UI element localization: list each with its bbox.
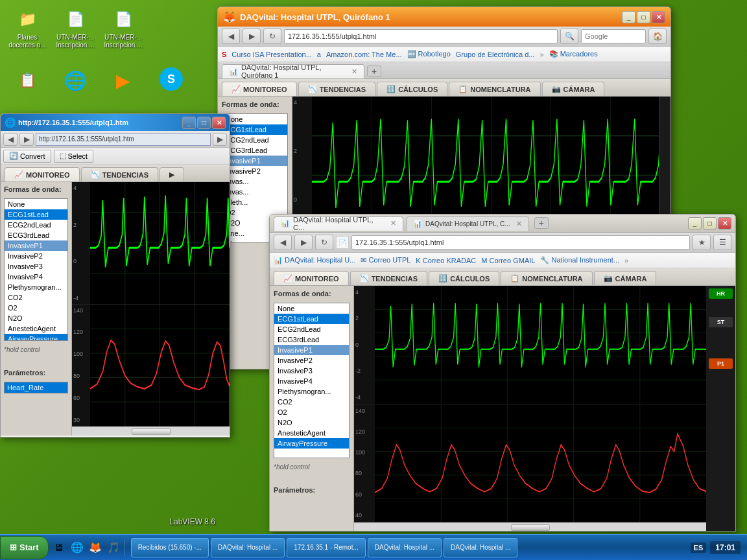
tab-close-back[interactable]: ✕ [351,67,357,76]
ff2-address-bar[interactable] [351,235,690,250]
ql-media[interactable]: 🎵 [106,540,121,555]
ff2-waveform-list[interactable]: None ECG1stLead ECG2ndLead ECG3rdLead In… [274,303,350,458]
ff2-tab-monitoreo[interactable]: 📈 MONITOREO [274,271,349,285]
tab-daqvital-back[interactable]: 📊 DAQvital: Hospital UTPL, Quirófano 1 ✕ [222,64,364,78]
ff2-scrollbar-thumb[interactable] [511,524,550,531]
taskbar-item-4[interactable]: DAQvital: Hospital ... [368,538,442,557]
forward-btn-back[interactable]: ▶ [243,29,261,44]
ie-wf-airw[interactable]: AirwayPressure [5,334,67,341]
select-button[interactable]: ⬚ Select [54,150,94,163]
ff2-wf-inv1[interactable]: InvasiveP1 [274,345,349,355]
new-tab-btn-back[interactable]: + [367,65,381,77]
ie-wf-ecg2[interactable]: ECG2ndLead [5,220,67,230]
ff2-wf-ecg2[interactable]: ECG2ndLead [274,324,349,334]
taskbar-item-3[interactable]: 172.16.35.1 - Remot... [287,538,366,557]
ie-scrollbar-thumb[interactable] [132,428,171,435]
ff2-bookmark-4[interactable]: M Correo GMAIL [481,257,535,264]
wf-invas3-back[interactable]: Invas... [222,176,287,187]
ie-wf-ane[interactable]: AnesteticAgent [5,323,67,334]
ie-maximize-btn[interactable]: □ [197,117,211,129]
desktop-icon-utn1[interactable]: 📄 UTN-MER-...Inscripcion.... [54,6,96,49]
ie-wf-co2[interactable]: CO2 [5,292,67,303]
ff2-tab-nomenclatura[interactable]: 📋 NOMENCLATURA [501,271,592,285]
search-bar-back[interactable] [581,29,646,43]
ie-wf-ecg3[interactable]: ECG3rdLead [5,230,67,240]
ql-show-desktop[interactable]: 🖥 [51,540,67,555]
bookmark-1-back[interactable]: Curso ISA Presentation... [231,51,312,58]
ff2-bookmark-star[interactable]: ★ [693,235,711,250]
ff2-wf-co2[interactable]: CO2 [274,397,349,407]
ql-ie[interactable]: 🌐 [69,540,85,555]
bookmark-marcadores[interactable]: 📚 Marcadores [549,50,598,58]
tab-tendencias-back[interactable]: 📉 TENDENCIAS [298,82,376,96]
wf-ecg2-back[interactable]: ECG2ndLead [222,135,287,145]
tab-camara-back[interactable]: 📷 CÁMARA [542,82,605,96]
ie-wf-inv2[interactable]: InvasiveP2 [5,251,67,261]
ff2-wf-ecg3[interactable]: ECG3rdLead [274,334,349,345]
bookmark-3-back[interactable]: 🔤 Robotlego [407,50,451,58]
ie-tab-monitoreo[interactable]: 📈 MONITOREO [5,167,80,181]
wf-ecg3-back[interactable]: ECG3rdLead [222,145,287,156]
wf-pleth-back[interactable]: Pleth... [222,197,287,207]
ie-wf-ecg1[interactable]: ECG1stLead [5,209,67,220]
ff2-wf-airw[interactable]: AirwayPressure [274,438,349,449]
desktop-icon-planes[interactable]: 📁 Planesdocentes o... [6,6,48,49]
ie-wf-pleth[interactable]: Plethysmogran... [5,282,67,292]
ff2-minimize-btn[interactable]: _ [688,217,702,229]
ie-minimize-btn[interactable]: _ [182,117,196,129]
ff2-tab-camara[interactable]: 📷 CÁMARA [594,271,657,285]
ff2-wf-ecg1[interactable]: ECG1stLead [274,314,349,324]
ie-tab-more[interactable]: ▶ [160,167,184,181]
ff2-maximize-btn[interactable]: □ [703,217,717,229]
ff2-back-btn[interactable]: ◀ [274,235,292,250]
taskbar-item-1[interactable]: Recibidos (15.650) -... [131,538,209,557]
desktop-icon-chrome[interactable]: 🌐 [54,67,96,95]
ie-wf-o2[interactable]: O2 [5,303,67,313]
ie-scrollbar[interactable] [72,426,230,436]
ie-wf-none[interactable]: None [5,199,67,209]
desktop-icon-media[interactable]: ▶ [102,67,144,95]
close-btn-back[interactable]: ✕ [652,11,665,23]
ff2-wf-pleth[interactable]: Plethysmogran... [274,386,349,397]
ff2-forward-btn[interactable]: ▶ [294,235,313,250]
ff2-wf-inv2[interactable]: InvasiveP2 [274,355,349,366]
ff2-tab-calculos[interactable]: 🔢 CÁLCULOS [429,271,499,285]
ff2-menu-btn[interactable]: ☰ [713,235,731,250]
ie-wf-n2o[interactable]: N2O [5,313,67,323]
minimize-btn-back[interactable]: _ [622,11,635,23]
ff2-tab-2[interactable]: 📊 DAQvital: Hospital UTPL, C... ✕ [406,216,529,231]
bookmark-2-back[interactable]: Amazon.com: The Me... [326,51,402,58]
ie-tab-tendencias[interactable]: 📉 TENDENCIAS [81,167,159,181]
start-button[interactable]: ⊞ Start [0,536,49,559]
ff2-tab2-close[interactable]: ✕ [516,220,522,228]
ff2-scrollbar[interactable] [354,522,706,531]
ie-wf-inv4[interactable]: InvasiveP4 [5,272,67,282]
ff2-tab-tendencias[interactable]: 📉 TENDENCIAS [350,271,428,285]
ff2-wf-ane[interactable]: AnesteticAgent [274,428,349,438]
ie-forward-btn[interactable]: ▶ [19,133,34,146]
desktop-icon-skype[interactable]: S [150,67,192,95]
taskbar-item-5[interactable]: DAQvital: Hospital ... [444,538,517,557]
tab-nomenclatura-back[interactable]: 📋 NOMENCLATURA [449,82,540,96]
ie-waveform-list[interactable]: None ECG1stLead ECG2ndLead ECG3rdLead In… [4,198,68,341]
ff2-tab-active[interactable]: 📊 DAQvital: Hospital UTPL, C... ✕ [274,216,403,231]
home-btn-back[interactable]: 🏠 [648,29,667,44]
ff2-bookmark-2[interactable]: ✉ Correo UTPL [361,256,410,264]
tab-monitoreo-back[interactable]: 📈 MONITOREO [222,82,297,96]
wf-invas4-back[interactable]: Invas... [222,187,287,197]
ff2-bookmark-5[interactable]: 🔧 National Instrument... [540,256,619,264]
ie-params-select[interactable]: Heart_Rate [4,382,68,393]
ql-firefox[interactable]: 🦊 [88,540,103,555]
ie-go-btn[interactable]: ▶ [213,133,227,146]
back-btn-back[interactable]: ◀ [222,29,240,44]
ff2-wf-inv4[interactable]: InvasiveP4 [274,376,349,386]
wf-inv1-back[interactable]: InvasiveP1 [222,156,287,166]
maximize-btn-back[interactable]: □ [637,11,650,23]
wf-inv2-back[interactable]: InvasiveP2 [222,166,287,176]
tab-calculos-back[interactable]: 🔢 CÁLCULOS [377,82,447,96]
ff2-wf-none[interactable]: None [274,303,349,314]
ff2-bookmark-3[interactable]: K Correo KRADAC [416,257,476,264]
wf-none-back[interactable]: None [222,114,287,124]
ff2-bookmark-1[interactable]: 📊 DAQvital: Hospital U... [274,256,355,264]
ff2-new-tab-btn[interactable]: + [534,217,549,229]
